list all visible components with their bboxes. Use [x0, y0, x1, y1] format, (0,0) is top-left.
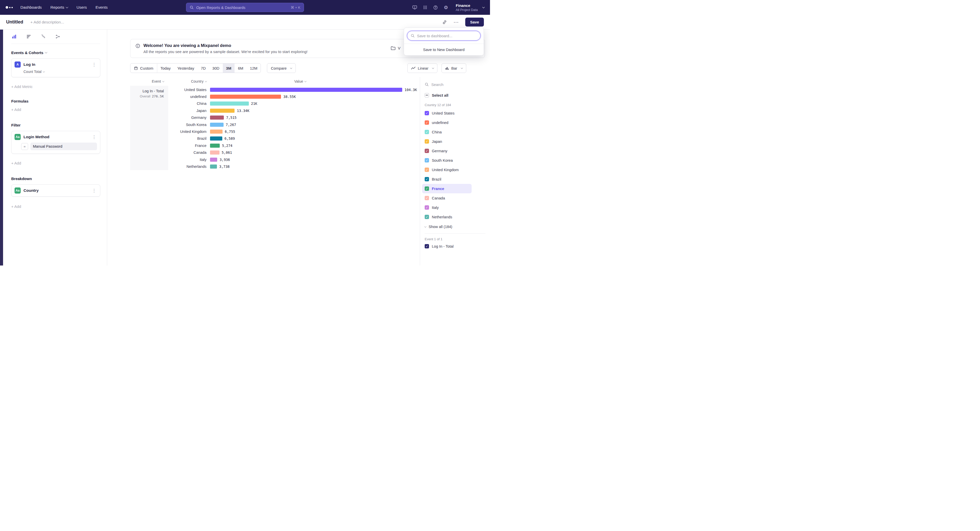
range-button-30d[interactable]: 30D [209, 63, 223, 73]
nav-dashboards[interactable]: Dashboards [21, 5, 42, 10]
global-search[interactable]: ⌘ + K [186, 3, 304, 12]
range-button-12m[interactable]: 12M [247, 63, 261, 73]
report-title[interactable]: Untitled [6, 19, 23, 25]
filter-operator[interactable]: = [21, 143, 28, 150]
nav-users[interactable]: Users [76, 5, 87, 10]
search-icon [410, 34, 415, 38]
kebab-menu-icon[interactable]: ⋮ [91, 62, 97, 67]
filter-value-input[interactable] [30, 143, 97, 150]
dashboard-search-input[interactable] [417, 34, 477, 38]
country-filter-row[interactable]: ✓undefined [422, 118, 472, 127]
checkbox-indeterminate-icon[interactable] [425, 93, 429, 97]
more-options-icon[interactable]: ⋯ [453, 20, 458, 25]
chart-bar[interactable] [210, 109, 234, 113]
checkbox-checked-icon[interactable]: ✓ [425, 177, 429, 181]
chart-bar[interactable] [210, 130, 223, 134]
tab-retention-icon[interactable] [41, 34, 46, 39]
column-header-value[interactable]: Value [294, 79, 306, 83]
chart-bar[interactable] [210, 116, 224, 120]
show-all-button[interactable]: Show all (184) [425, 225, 490, 229]
chart-value-label: 6,755 [225, 130, 235, 134]
panel-search-input[interactable] [431, 82, 485, 87]
country-filter-row[interactable]: ✓Japan [422, 137, 472, 146]
global-search-input[interactable] [196, 5, 288, 10]
kebab-menu-icon[interactable]: ⋮ [91, 135, 97, 140]
checkbox-checked-icon[interactable]: ✓ [425, 205, 429, 210]
country-filter-row[interactable]: ✓Brazil [422, 174, 472, 184]
checkbox-checked-icon[interactable]: ✓ [425, 158, 429, 162]
event-filter-row[interactable]: ✓ Log In - Total [425, 244, 490, 249]
add-formula-button[interactable]: + Add [11, 107, 100, 112]
compare-button[interactable]: Compare [267, 63, 296, 73]
dashboard-search[interactable] [407, 31, 480, 41]
range-button-3m[interactable]: 3M [223, 63, 235, 73]
project-switcher[interactable]: Finance All Project Data [456, 3, 484, 12]
chart-type-selector[interactable]: Bar [442, 63, 466, 73]
range-button-custom[interactable]: Custom [130, 63, 157, 73]
panel-search[interactable] [425, 80, 490, 89]
checkbox-checked-icon[interactable]: ✓ [425, 111, 429, 115]
range-button-today[interactable]: Today [157, 63, 174, 73]
nav-events[interactable]: Events [95, 5, 107, 10]
range-button-yesterday[interactable]: Yesterday [174, 63, 197, 73]
nav-reports[interactable]: Reports [51, 5, 68, 10]
checkbox-checked-icon[interactable]: ✓ [425, 186, 429, 191]
country-filter-row[interactable]: ✓Netherlands [422, 212, 472, 222]
help-icon[interactable] [433, 5, 438, 10]
checkbox-checked-icon[interactable]: ✓ [425, 215, 429, 219]
view-sample-dashboards-button[interactable]: V [391, 46, 401, 50]
column-header-country[interactable]: Country [168, 79, 210, 83]
chart-bar[interactable] [210, 88, 402, 92]
tab-insights-icon[interactable] [12, 34, 17, 39]
add-description[interactable]: + Add description... [30, 20, 64, 24]
chart-bar[interactable] [210, 123, 224, 127]
breakdown-property-name[interactable]: Country [24, 188, 88, 193]
save-button[interactable]: Save [465, 17, 484, 27]
checkbox-checked-icon[interactable]: ✓ [425, 130, 429, 134]
country-filter-row[interactable]: ✓Germany [422, 146, 472, 155]
checkbox-checked-icon[interactable]: ✓ [425, 120, 429, 125]
range-button-6m[interactable]: 6M [234, 63, 247, 73]
chart-bar[interactable] [210, 144, 220, 148]
tab-funnels-icon[interactable] [26, 34, 31, 39]
checkbox-checked-icon[interactable]: ✓ [425, 139, 429, 144]
country-filter-row[interactable]: ✓South Korea [422, 155, 472, 165]
range-button-7d[interactable]: 7D [197, 63, 209, 73]
title-actions: ⋯ Save [442, 17, 484, 27]
column-header-event[interactable]: Event [130, 79, 168, 83]
country-filter-row[interactable]: ✓Italy [422, 203, 472, 212]
add-metric-button[interactable]: + Add Metric [11, 84, 100, 89]
checkbox-checked-icon[interactable]: ✓ [425, 168, 429, 172]
checkbox-checked-icon[interactable]: ✓ [425, 196, 429, 200]
scale-selector[interactable]: Linear [407, 63, 438, 73]
kebab-menu-icon[interactable]: ⋮ [91, 188, 97, 193]
chart-bar[interactable] [210, 158, 217, 162]
chart-bar[interactable] [210, 151, 220, 155]
chart-bar[interactable] [210, 101, 249, 106]
country-filter-label: South Korea [432, 159, 453, 162]
settings-gear-icon[interactable]: ⚙ [444, 5, 448, 10]
checkbox-checked-icon[interactable]: ✓ [425, 149, 429, 153]
aggregation-selector[interactable]: Count Total [24, 70, 97, 74]
events-cohorts-header[interactable]: Events & Cohorts [11, 51, 100, 55]
country-filter-row[interactable]: ✓Canada [422, 193, 472, 203]
filter-property-name[interactable]: Login Method [24, 135, 88, 139]
add-filter-button[interactable]: + Add [11, 161, 100, 165]
chart-bar[interactable] [210, 165, 217, 169]
country-filter-row[interactable]: ✓France [422, 184, 472, 193]
event-filter-checkbox[interactable]: ✓ [425, 244, 429, 249]
country-filter-row[interactable]: ✓China [422, 127, 472, 137]
chart-bar[interactable] [210, 136, 222, 141]
country-filter-row[interactable]: ✓United Kingdom [422, 165, 472, 174]
tab-flows-icon[interactable] [56, 34, 60, 39]
screen-share-icon[interactable] [412, 5, 417, 10]
select-all-row[interactable]: Select all [425, 91, 490, 99]
chart-bar[interactable] [210, 95, 281, 99]
apps-grid-icon[interactable] [423, 5, 427, 10]
metric-event-name[interactable]: Log In [24, 62, 88, 67]
save-to-new-dashboard-item[interactable]: Save to New Dashboard [404, 44, 484, 55]
mixpanel-logo[interactable] [6, 6, 13, 9]
copy-link-icon[interactable] [442, 20, 447, 24]
country-filter-row[interactable]: ✓United States [422, 108, 472, 118]
add-breakdown-button[interactable]: + Add [11, 204, 100, 209]
